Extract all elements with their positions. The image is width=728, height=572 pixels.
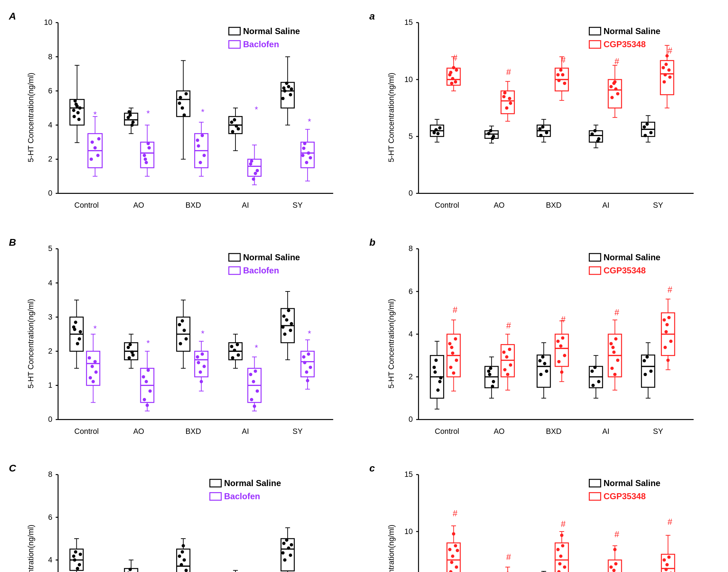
svg-point-311: [76, 342, 79, 345]
svg-point-67: [147, 146, 151, 149]
svg-point-496: [506, 373, 509, 376]
svg-text:#: #: [614, 56, 619, 66]
svg-point-325: [93, 360, 97, 363]
svg-text:4: 4: [48, 278, 53, 287]
svg-text:Control: Control: [74, 201, 99, 209]
svg-point-228: [559, 69, 563, 72]
svg-point-597: [72, 555, 75, 558]
chart-c: 5-HT Concentration(ng/ml) 0 5 10 15 Cont…: [385, 464, 717, 572]
svg-point-382: [237, 353, 240, 356]
svg-text:Normal Saline: Normal Saline: [603, 478, 660, 488]
svg-text:5-HT Concentration(ng/ml): 5-HT Concentration(ng/ml): [387, 299, 396, 388]
svg-point-762: [450, 561, 453, 564]
svg-point-310: [74, 321, 77, 324]
svg-point-66: [143, 154, 146, 157]
svg-text:SY: SY: [653, 201, 663, 209]
svg-point-260: [643, 125, 646, 129]
svg-text:8: 8: [48, 470, 53, 479]
svg-point-229: [557, 79, 560, 82]
svg-point-372: [197, 361, 200, 364]
svg-point-651: [180, 563, 183, 566]
svg-point-275: [667, 69, 670, 72]
svg-text:10: 10: [404, 527, 413, 536]
svg-point-140: [303, 142, 306, 145]
svg-point-313: [79, 330, 82, 333]
svg-point-185: [452, 66, 455, 69]
svg-point-472: [450, 346, 453, 349]
svg-point-374: [200, 380, 203, 383]
svg-text:AI: AI: [242, 201, 249, 209]
svg-text:6: 6: [48, 87, 53, 95]
svg-point-530: [591, 383, 594, 387]
svg-text:2: 2: [48, 347, 53, 355]
svg-rect-145: [229, 40, 240, 48]
svg-text:4: 4: [48, 121, 53, 129]
svg-point-458: [439, 376, 442, 379]
svg-text:*: *: [201, 329, 204, 338]
svg-text:Baclofen: Baclofen: [243, 39, 279, 49]
svg-point-226: [556, 73, 560, 76]
svg-point-101: [237, 127, 240, 130]
svg-point-263: [643, 134, 647, 137]
svg-point-44: [96, 154, 99, 157]
svg-point-361: [183, 328, 186, 332]
svg-text:AI: AI: [602, 427, 609, 435]
svg-point-57: [130, 124, 134, 127]
svg-point-137: [302, 147, 305, 150]
svg-point-29: [78, 106, 81, 109]
svg-point-601: [73, 559, 76, 562]
svg-text:2: 2: [409, 372, 413, 381]
svg-point-358: [184, 337, 188, 341]
svg-rect-425: [229, 254, 240, 261]
svg-point-760: [454, 544, 457, 548]
svg-point-249: [616, 92, 619, 95]
svg-point-763: [456, 549, 459, 552]
svg-point-32: [74, 99, 77, 102]
svg-point-810: [561, 544, 564, 548]
svg-point-103: [231, 130, 234, 133]
svg-point-699: [285, 539, 288, 542]
svg-point-806: [556, 548, 560, 551]
svg-point-503: [538, 359, 542, 362]
svg-text:0: 0: [48, 189, 53, 197]
svg-point-541: [610, 366, 614, 370]
svg-text:BXD: BXD: [185, 201, 201, 209]
svg-point-398: [253, 404, 256, 408]
svg-point-193: [487, 132, 490, 135]
svg-point-483: [488, 373, 491, 376]
svg-point-807: [563, 566, 566, 569]
svg-point-393: [249, 373, 252, 376]
svg-text:6: 6: [48, 513, 53, 522]
svg-point-335: [129, 343, 132, 346]
svg-point-456: [436, 388, 440, 392]
svg-text:15: 15: [404, 18, 413, 27]
svg-text:6: 6: [409, 287, 413, 295]
svg-point-481: [489, 366, 492, 370]
svg-point-406: [289, 328, 292, 332]
svg-point-115: [250, 159, 253, 163]
svg-point-100: [230, 121, 233, 124]
svg-point-237: [591, 132, 594, 136]
svg-point-493: [505, 355, 508, 358]
svg-point-240: [596, 140, 599, 143]
svg-point-539: [616, 359, 619, 362]
svg-point-553: [646, 355, 649, 358]
svg-point-834: [614, 562, 617, 566]
svg-point-424: [306, 379, 309, 382]
svg-text:5-HT Concentration(ng/ml): 5-HT Concentration(ng/ml): [387, 525, 396, 572]
svg-text:CGP35348: CGP35348: [603, 39, 646, 49]
svg-point-479: [487, 369, 490, 372]
svg-text:Baclofen: Baclofen: [224, 492, 260, 501]
svg-point-208: [508, 97, 511, 100]
svg-point-830: [609, 566, 613, 569]
svg-text:Normal Saline: Normal Saline: [243, 252, 300, 262]
svg-point-261: [649, 131, 652, 134]
svg-rect-720: [210, 493, 221, 500]
svg-point-624: [129, 568, 132, 571]
panel-a: a 5-HT Concentration(ng/ml) 0 5 10 15 Co…: [364, 7, 724, 233]
svg-point-125: [285, 82, 288, 85]
svg-point-357: [178, 323, 181, 326]
panel-B: B 5-HT Concentration(ng/ml) 0 1 2 3 4 5 …: [4, 233, 364, 459]
svg-point-410: [281, 325, 284, 328]
svg-point-505: [541, 355, 544, 358]
